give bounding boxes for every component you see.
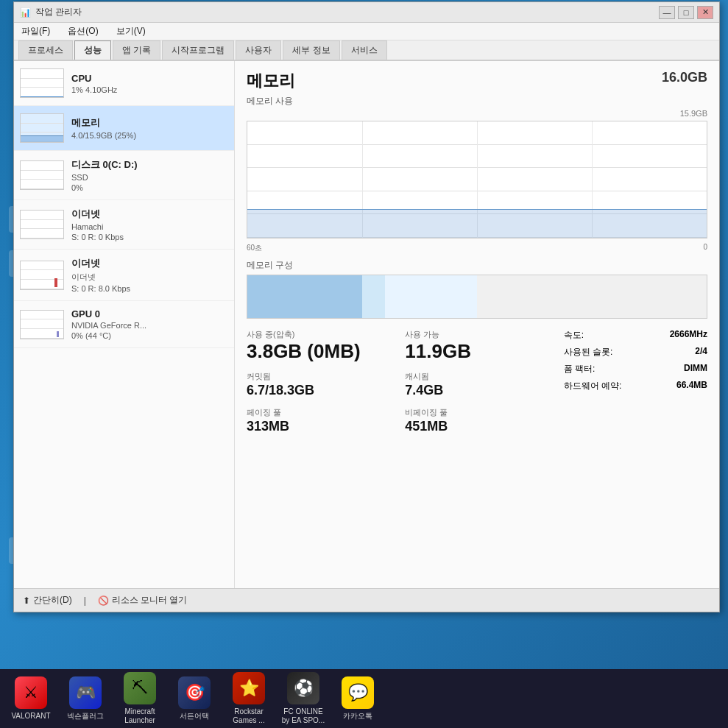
sidebar-item-memory[interactable]: 메모리 4.0/15.9GB (25%) [14,106,234,151]
fc-icon: ⚽ [287,672,319,704]
cpu-sub: 1% 4.10GHz [71,85,228,94]
ethernet1-sidebar-text: 이더넷 Hamachi S: 0 R: 0 Kbps [71,208,228,241]
stat-available: 사용 가능 11.9GB [405,329,548,361]
taskbar-kakao[interactable]: 💬 카카오톡 [333,672,383,725]
close-button[interactable]: ✕ [697,6,713,19]
stat-cached-label: 캐시됨 [405,371,548,382]
minecraft-icon: ⛏ [124,672,156,704]
menu-options[interactable]: 옵션(O) [65,24,101,39]
slots-value: 2/4 [695,346,707,358]
tab-bar: 프로세스 성능 앱 기록 시작프로그램 사용자 세부 정보 서비스 [14,40,719,61]
minecraft-label: MinecraftLauncher [124,707,155,725]
sudden-icon: 🎯 [178,676,211,709]
usage-label: 메모리 사용 [247,95,707,107]
taskbar-minecraft[interactable]: ⛏ MinecraftLauncher [115,672,165,725]
tab-process[interactable]: 프로세스 [18,40,73,60]
ethernet1-title: 이더넷 [71,208,228,221]
stat-nonpaged-value: 451MB [405,420,548,433]
taskbar-valorant[interactable]: ⚔ VALORANT [6,672,56,725]
taskbar-fc[interactable]: ⚽ FC ONLINEby EA SPO... [278,672,328,725]
memory-mini-chart [20,113,64,143]
ethernet1-sub2: S: 0 R: 0 Kbps [71,233,228,241]
sidebar: CPU 1% 4.10GHz 메모리 [14,61,235,588]
sidebar-item-gpu[interactable]: GPU 0 NVIDIA GeForce R... 0% (44 °C) [14,301,234,348]
rockstar-label: RockstarGames ... [233,707,264,725]
disk-sidebar-text: 디스크 0(C: D:) SSD 0% [71,158,228,192]
ethernet2-sub1: 이더넷 [71,272,228,283]
stat-available-value: 11.9GB [405,342,548,361]
disk-title: 디스크 0(C: D:) [71,158,228,172]
gpu-sub1: NVIDIA GeForce R... [71,321,228,330]
ethernet2-sidebar-text: 이더넷 이더넷 S: 0 R: 8.0 Kbps [71,257,228,293]
stat-committed-label: 커밋됨 [247,371,390,382]
desktop: 🗂 Nav 🖥 Ui 📁 D 📊 작업 관리자 — □ ✕ 파일(F) 옵션(O… [0,0,728,728]
sudden-label: 서든어택 [180,712,209,721]
tab-performance[interactable]: 성능 [74,40,111,60]
disk-mini-chart [20,160,64,190]
main-content: CPU 1% 4.10GHz 메모리 [14,61,719,588]
title-bar-controls: — □ ✕ [659,6,713,19]
ethernet2-title: 이더넷 [71,257,228,270]
sidebar-item-ethernet1[interactable]: 이더넷 Hamachi S: 0 R: 0 Kbps [14,200,234,250]
sidebar-item-ethernet2[interactable]: 이더넷 이더넷 S: 0 R: 8.0 Kbps [14,250,234,301]
disk-sub2: 0% [71,183,228,192]
tab-startup[interactable]: 시작프로그램 [162,40,234,60]
gpu-sub2: 0% (44 °C) [71,331,228,340]
title-bar: 📊 작업 관리자 — □ ✕ [14,2,719,23]
form-label: 폼 팩터: [564,363,596,375]
tab-services[interactable]: 서비스 [342,40,387,60]
stat-available-label: 사용 가능 [405,329,548,340]
cpu-mini-chart [20,68,64,98]
simple-view-button[interactable]: ⬆ 간단히(D) [23,594,72,607]
gpu-sidebar-text: GPU 0 NVIDIA GeForce R... 0% (44 °C) [71,308,228,340]
reserved-value: 66.4MB [676,380,707,392]
cpu-chart-fill [21,96,63,97]
taskbar-nexon[interactable]: 🎮 넥슨플러그 [60,672,110,725]
max-label: 15.9GB [247,109,707,118]
window-title-icon: 📊 [20,7,31,18]
gpu-mini-spike [57,331,59,337]
resource-monitor-button[interactable]: 🚫 리소스 모니터 열기 [98,594,188,607]
maximize-button[interactable]: □ [678,6,694,19]
tab-app-history[interactable]: 앱 기록 [113,40,160,60]
tab-details[interactable]: 세부 정보 [283,40,339,60]
composition-chart [247,275,707,319]
menu-view[interactable]: 보기(V) [113,24,149,39]
panel-title: 메모리 [247,70,295,92]
minimize-button[interactable]: — [659,6,675,19]
stat-cached: 캐시됨 7.4GB [405,371,548,397]
stat-inuse-value: 3.8GB (0MB) [247,342,390,361]
memory-chart-fill [21,135,63,143]
bottom-bar: ⬆ 간단히(D) | 🚫 리소스 모니터 열기 [14,588,719,612]
cpu-title: CPU [71,73,228,84]
taskbar-sudden[interactable]: 🎯 서든어택 [169,672,219,725]
memory-fill [247,209,707,238]
stat-nonpaged-label: 비페이징 풀 [405,407,548,418]
sidebar-item-disk[interactable]: 디스크 0(C: D:) SSD 0% [14,151,234,200]
menu-bar: 파일(F) 옵션(O) 보기(V) [14,23,719,40]
nexon-label: 넥슨플러그 [67,712,104,721]
gpu-title: GPU 0 [71,308,228,319]
time-end: 0 [703,243,707,253]
title-bar-left: 📊 작업 관리자 [20,6,82,18]
taskbar-rockstar[interactable]: ⭐ RockstarGames ... [224,672,274,725]
ethernet2-spike [54,278,57,287]
stat-paged-value: 313MB [247,420,390,433]
panel-total: 16.0GB [662,70,707,85]
right-stat-slots: 사용된 슬롯: 2/4 [564,346,707,358]
kakao-label: 카카오톡 [343,712,372,721]
disk-sub1: SSD [71,173,228,182]
memory-sidebar-text: 메모리 4.0/15.9GB (25%) [71,116,228,140]
menu-file[interactable]: 파일(F) [18,24,53,39]
comp-segment-standby [385,275,477,318]
valorant-label: VALORANT [11,712,50,721]
comp-segment-free [477,275,707,318]
stat-cached-value: 7.4GB [405,384,548,397]
simple-icon: ⬆ [23,596,30,606]
stat-paged-label: 페이징 풀 [247,407,390,418]
speed-value: 2666MHz [670,329,707,342]
sidebar-item-cpu[interactable]: CPU 1% 4.10GHz [14,61,234,106]
simple-label: 간단히(D) [33,594,72,607]
tab-users[interactable]: 사용자 [236,40,281,60]
stat-nonpaged: 비페이징 풀 451MB [405,407,548,433]
